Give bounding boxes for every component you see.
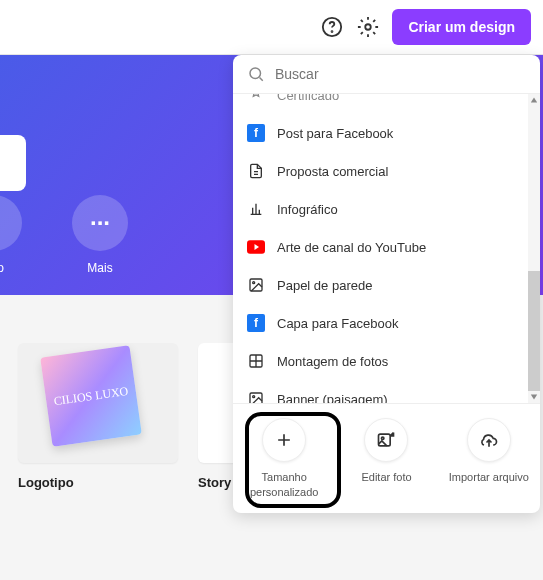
menu-label: Banner (paisagem) [277, 392, 388, 404]
svg-point-9 [253, 396, 255, 398]
facebook-icon: f [247, 124, 265, 142]
facebook-icon: f [247, 314, 265, 332]
panel-actions: Tamanho personalizado Editar foto Import… [233, 403, 540, 513]
image-icon [247, 390, 265, 403]
search-icon [247, 65, 265, 83]
menu-label: Arte de canal do YouTube [277, 240, 426, 255]
menu-item-banner[interactable]: Banner (paisagem) [233, 380, 540, 403]
action-label: Editar foto [361, 470, 411, 484]
search-input[interactable] [275, 66, 526, 82]
menu-label: Certificado [277, 94, 339, 103]
template-card[interactable]: CILIOS LUXO Logotipo [18, 343, 178, 490]
svg-rect-8 [250, 393, 262, 403]
custom-size-button[interactable]: Tamanho personalizado [233, 404, 335, 513]
badge-icon [247, 94, 265, 104]
menu-item-capa-facebook[interactable]: f Capa para Facebook [233, 304, 540, 342]
menu-label: Infográfico [277, 202, 338, 217]
menu-label: Capa para Facebook [277, 316, 398, 331]
action-label: Tamanho personalizado [239, 470, 329, 499]
logo-mock: CILIOS LUXO [40, 345, 142, 447]
hero-category-item[interactable]: ório [0, 195, 22, 275]
category-label: Mais [87, 261, 112, 275]
action-label: Importar arquivo [449, 470, 529, 484]
card-thumbnail: CILIOS LUXO [18, 343, 178, 463]
category-icon [0, 195, 22, 251]
category-label: ório [0, 261, 4, 275]
svg-point-6 [253, 282, 255, 284]
card-label: Logotipo [18, 475, 178, 490]
svg-point-3 [250, 68, 261, 79]
hero-more-item[interactable]: ··· Mais [72, 195, 128, 275]
design-types-menu[interactable]: Certificado f Post para Facebook Propost… [233, 94, 540, 403]
scrollbar-thumb[interactable] [528, 271, 540, 391]
help-icon[interactable] [320, 15, 344, 39]
menu-item-certificado[interactable]: Certificado [233, 94, 540, 114]
svg-point-1 [332, 31, 333, 32]
menu-item-papel-parede[interactable]: Papel de parede [233, 266, 540, 304]
edit-photo-icon [364, 418, 408, 462]
scrollbar[interactable] [528, 94, 540, 403]
import-file-button[interactable]: Importar arquivo [438, 404, 540, 513]
gear-icon[interactable] [356, 15, 380, 39]
chart-icon [247, 200, 265, 218]
more-icon: ··· [72, 195, 128, 251]
menu-item-youtube[interactable]: Arte de canal do YouTube [233, 228, 540, 266]
image-icon [247, 276, 265, 294]
search-row [233, 55, 540, 94]
hero-square-item[interactable] [0, 135, 26, 191]
scroll-up-icon[interactable] [530, 96, 538, 104]
document-icon [247, 162, 265, 180]
cloud-upload-icon [467, 418, 511, 462]
svg-point-12 [382, 437, 385, 440]
create-design-button[interactable]: Criar um design [392, 9, 531, 45]
svg-point-2 [366, 24, 372, 30]
menu-item-proposta[interactable]: Proposta comercial [233, 152, 540, 190]
menu-label: Post para Facebook [277, 126, 393, 141]
header: Criar um design [0, 0, 543, 55]
menu-item-infografico[interactable]: Infográfico [233, 190, 540, 228]
youtube-icon [247, 238, 265, 256]
menu-item-montagem[interactable]: Montagem de fotos [233, 342, 540, 380]
edit-photo-button[interactable]: Editar foto [335, 404, 437, 513]
menu-label: Papel de parede [277, 278, 372, 293]
plus-icon [262, 418, 306, 462]
collage-icon [247, 352, 265, 370]
design-types-panel: Certificado f Post para Facebook Propost… [233, 55, 540, 513]
menu-label: Proposta comercial [277, 164, 388, 179]
menu-label: Montagem de fotos [277, 354, 388, 369]
scroll-down-icon[interactable] [530, 393, 538, 401]
menu-item-post-facebook[interactable]: f Post para Facebook [233, 114, 540, 152]
